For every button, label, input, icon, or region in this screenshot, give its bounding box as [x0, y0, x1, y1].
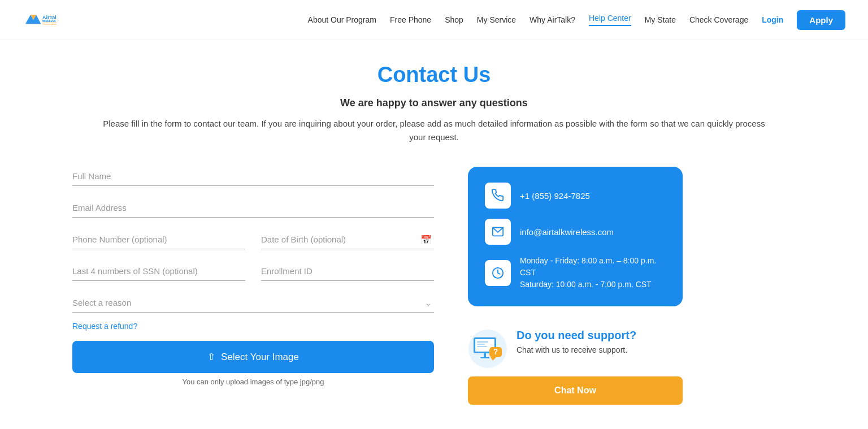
clock-icon-box — [485, 260, 511, 286]
ssn-input[interactable] — [72, 262, 245, 281]
ssn-group — [72, 262, 245, 281]
nav-apply-button[interactable]: Apply — [797, 10, 845, 30]
nav-shop[interactable]: Shop — [445, 15, 463, 24]
select-image-label: Select Your Image — [221, 352, 299, 363]
select-image-button[interactable]: ⇧ Select Your Image — [72, 341, 434, 373]
phone-group — [72, 230, 245, 249]
email-icon-box — [485, 219, 511, 245]
dob-group: 📅 — [261, 230, 434, 249]
logo[interactable]: AirTalk WIRELESS Connecting Americans — [23, 6, 57, 34]
support-title: Do you need support? — [517, 329, 683, 342]
right-column: +1 (855) 924-7825 info@airtalkwireless.c… — [468, 167, 683, 405]
contact-hours: Monday - Friday: 8:00 a.m. – 8:00 p.m. C… — [520, 255, 666, 291]
full-name-group — [72, 167, 434, 186]
svg-text:AirTalk: AirTalk — [42, 15, 57, 20]
contact-form: 📅 Select a reason ⌄ Request a refund? — [72, 167, 434, 386]
calendar-icon: 📅 — [420, 235, 432, 245]
nav-free-phone[interactable]: Free Phone — [390, 15, 431, 24]
hours-line-1: Monday - Friday: 8:00 a.m. – 8:00 p.m. C… — [520, 255, 666, 279]
svg-text:?: ? — [493, 347, 498, 356]
page-subtitle: We are happy to answer any questions — [72, 97, 796, 109]
content-columns: 📅 Select a reason ⌄ Request a refund? — [72, 167, 796, 405]
hours-contact-item: Monday - Friday: 8:00 a.m. – 8:00 p.m. C… — [485, 255, 666, 291]
upload-note: You can only upload images of type jpg/p… — [72, 378, 434, 386]
full-name-input[interactable] — [72, 167, 434, 186]
hours-line-2: Saturday: 10:00 a.m. - 7:00 p.m. CST — [520, 279, 666, 291]
phone-input[interactable] — [72, 230, 245, 249]
dob-wrapper: 📅 — [261, 230, 434, 249]
main-content: Contact Us We are happy to answer any qu… — [38, 40, 830, 429]
page-title: Contact Us — [72, 63, 796, 87]
phone-icon — [492, 189, 504, 202]
nav-my-state[interactable]: My State — [645, 15, 676, 24]
svg-text:WIRELESS: WIRELESS — [42, 20, 56, 23]
email-group — [72, 198, 434, 218]
svg-rect-18 — [477, 346, 487, 347]
email-icon — [492, 226, 504, 238]
phone-icon-box — [485, 183, 511, 209]
clock-icon — [492, 267, 504, 279]
svg-text:Connecting Americans: Connecting Americans — [42, 23, 57, 25]
phone-dob-row: 📅 — [72, 230, 434, 249]
upload-icon: ⇧ — [207, 351, 215, 363]
phone-contact-item: +1 (855) 924-7825 — [485, 183, 666, 209]
refund-link[interactable]: Request a refund? — [72, 322, 434, 331]
nav-my-service[interactable]: My Service — [477, 15, 516, 24]
contact-email: info@airtalkwireless.com — [520, 227, 614, 237]
support-top: ? Do you need support? Chat with us to r… — [468, 329, 683, 369]
enrollment-group — [261, 262, 434, 281]
nav-help-center[interactable]: Help Center — [589, 14, 631, 26]
svg-rect-12 — [480, 357, 489, 358]
nav-login[interactable]: Login — [762, 15, 783, 24]
ssn-enrollment-row — [72, 262, 434, 281]
enrollment-input[interactable] — [261, 262, 434, 281]
reason-select[interactable]: Select a reason — [72, 293, 434, 313]
svg-rect-16 — [477, 341, 488, 343]
support-illustration: ? — [468, 329, 507, 369]
email-contact-item: info@airtalkwireless.com — [485, 219, 666, 245]
dob-input[interactable] — [261, 230, 434, 249]
main-nav: About Our Program Free Phone Shop My Ser… — [308, 10, 845, 30]
nav-about[interactable]: About Our Program — [308, 15, 376, 24]
phone-number: +1 (855) 924-7825 — [520, 191, 590, 201]
support-section: ? Do you need support? Chat with us to r… — [468, 329, 683, 405]
nav-why-airtalk[interactable]: Why AirTalk? — [530, 15, 575, 24]
site-header: AirTalk WIRELESS Connecting Americans Ab… — [0, 0, 868, 40]
svg-rect-11 — [484, 353, 486, 357]
nav-check-coverage[interactable]: Check Coverage — [689, 15, 748, 24]
svg-rect-17 — [477, 344, 485, 345]
page-description: Please fill in the form to contact our t… — [95, 117, 773, 144]
email-input[interactable] — [72, 198, 434, 218]
contact-info-card: +1 (855) 924-7825 info@airtalkwireless.c… — [468, 167, 683, 306]
support-description: Chat with us to receive support. — [517, 345, 683, 354]
chat-now-button[interactable]: Chat Now — [468, 376, 683, 405]
support-text: Do you need support? Chat with us to rec… — [517, 329, 683, 354]
reason-group: Select a reason ⌄ — [72, 293, 434, 313]
